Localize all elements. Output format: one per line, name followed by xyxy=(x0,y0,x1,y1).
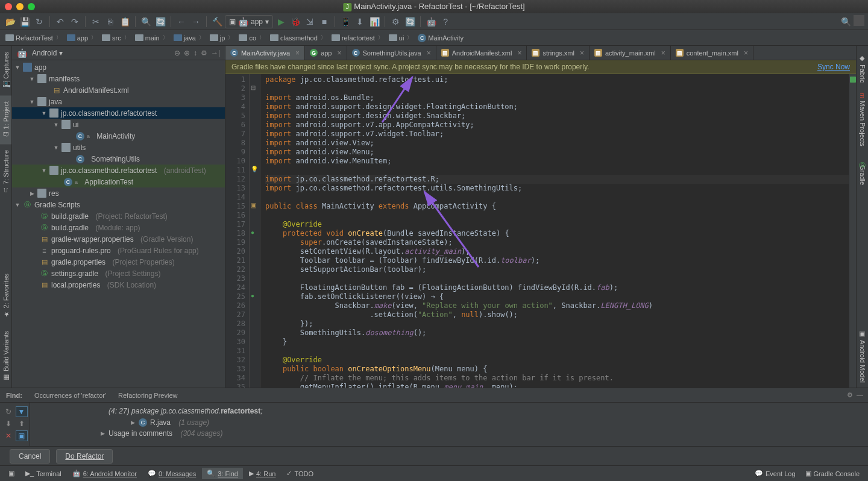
close-icon[interactable]: × xyxy=(744,49,748,57)
tree-gradle-scripts[interactable]: ▼ⒼGradle Scripts xyxy=(12,199,225,210)
tab-mainactivity[interactable]: CMainActivity.java× xyxy=(225,46,305,60)
locate-icon[interactable]: ⊕ xyxy=(184,49,190,57)
make-icon[interactable]: 🔨 xyxy=(210,15,224,28)
tab-somethingutils[interactable]: CSomethingUtils.java× xyxy=(347,46,436,60)
crumb-java[interactable]: java〉 xyxy=(172,33,206,42)
event-log-button[interactable]: 💬 Event Log xyxy=(750,468,800,479)
stop-icon[interactable]: ■ xyxy=(318,15,331,28)
save-icon[interactable]: 💾 xyxy=(18,15,31,28)
tab-activity-main[interactable]: ▤activity_main.xml× xyxy=(590,46,671,60)
favorites-tab[interactable]: ★ 2: Favorites xyxy=(0,268,11,324)
crumb-refactortest-pkg[interactable]: refactortest〉 xyxy=(330,33,385,42)
redo-icon[interactable]: ↷ xyxy=(68,15,81,28)
do-refactor-button[interactable]: Do Refactor xyxy=(56,449,113,464)
run-button[interactable]: ▶ xyxy=(274,15,288,28)
find-summary-row[interactable]: (4: 27) package jp.co.classmethod.refact… xyxy=(30,405,868,417)
back-icon[interactable]: ← xyxy=(175,15,188,28)
sync-gradle-icon[interactable]: 🔄 xyxy=(403,15,417,28)
crumb-ui[interactable]: ui〉 xyxy=(387,33,415,42)
traffic-lights[interactable] xyxy=(5,3,35,10)
close-window-icon[interactable] xyxy=(5,3,12,10)
attach-debugger-icon[interactable]: ⇲ xyxy=(303,15,316,28)
tab-app[interactable]: Gapp× xyxy=(305,46,347,60)
find-results[interactable]: (4: 27) package jp.co.classmethod.refact… xyxy=(30,403,868,446)
cut-icon[interactable]: ✂ xyxy=(89,15,102,28)
tree-manifest-file[interactable]: ▤AndroidManifest.xml xyxy=(12,84,225,96)
run-configuration-dropdown[interactable]: ▣ 🤖 app ▾ xyxy=(225,15,273,28)
tree-mainactivity[interactable]: Ca MainActivity xyxy=(12,130,225,142)
close-icon[interactable]: × xyxy=(295,49,300,57)
fabric-tab[interactable]: ◆ Fabric xyxy=(857,49,867,88)
crumb-co[interactable]: co〉 xyxy=(237,33,266,42)
filter-icon[interactable]: ▼ xyxy=(16,406,28,417)
close-icon[interactable]: ✕ xyxy=(2,430,14,441)
settings-icon[interactable]: ⚙ xyxy=(201,49,207,57)
tab-content-main[interactable]: ▤content_main.xml× xyxy=(671,46,753,60)
gradle-tab[interactable]: Ⓖ Gradle xyxy=(857,151,868,190)
tree-package-test[interactable]: ▼jp.co.classmethod.refactortest (android… xyxy=(12,165,225,176)
find-tab-preview[interactable]: Refactoring Preview xyxy=(112,389,183,402)
find-tab-occurrences[interactable]: Occurrences of 'refactor' xyxy=(28,389,112,402)
tree-gradle-wrapper[interactable]: ▤gradle-wrapper.properties (Gradle Versi… xyxy=(12,233,225,245)
captures-tab[interactable]: 📷 Captures xyxy=(0,46,11,95)
tree-res[interactable]: ▶res xyxy=(12,187,225,199)
find-result-rjava[interactable]: ▶CR.java (1 usage) xyxy=(30,417,868,428)
project-tree[interactable]: ▼app ▼manifests ▤AndroidManifest.xml ▼ja… xyxy=(12,60,225,388)
tree-manifests[interactable]: ▼manifests xyxy=(12,73,225,84)
find-icon[interactable]: 🔍 xyxy=(139,15,153,28)
close-icon[interactable]: × xyxy=(427,49,431,57)
error-stripe[interactable] xyxy=(849,74,856,388)
zoom-window-icon[interactable] xyxy=(28,3,35,10)
hide-icon[interactable]: →| xyxy=(211,49,220,57)
tree-local-properties[interactable]: ▤local.properties (SDK Location) xyxy=(12,279,225,291)
tree-somethingutils[interactable]: C SomethingUtils xyxy=(12,153,225,165)
avd-icon[interactable]: 📱 xyxy=(339,15,352,28)
undo-icon[interactable]: ↶ xyxy=(54,15,67,28)
forward-icon[interactable]: → xyxy=(189,15,203,28)
crumb-mainactivity[interactable]: CMainActivity xyxy=(416,33,465,43)
tree-proguard[interactable]: ≡proguard-rules.pro (ProGuard Rules for … xyxy=(12,245,225,256)
close-icon[interactable]: × xyxy=(337,49,341,57)
collapse-icon[interactable]: ⬆ xyxy=(16,418,28,429)
tree-applicationtest[interactable]: Ca ApplicationTest xyxy=(12,176,225,187)
crumb-refactortest[interactable]: RefactorTest〉 xyxy=(4,33,63,42)
project-structure-icon[interactable]: ⚙ xyxy=(389,15,402,28)
code-content[interactable]: package jp.co.classmethod.refactortest.u… xyxy=(260,74,849,388)
window-button[interactable]: ▣ xyxy=(4,468,19,479)
replace-icon[interactable]: 🔄 xyxy=(154,15,167,28)
sync-icon[interactable]: ↻ xyxy=(33,15,46,28)
crumb-classmethod[interactable]: classmethod〉 xyxy=(268,33,328,42)
gradle-console-button[interactable]: ▣ Gradle Console xyxy=(800,468,864,479)
help-icon[interactable]: ? xyxy=(439,15,452,28)
project-view-dropdown[interactable]: Android ▾ xyxy=(32,49,63,57)
android-icon[interactable]: 🤖 xyxy=(424,15,438,28)
android-model-tab[interactable]: ▣ Android Model xyxy=(857,325,867,388)
close-icon[interactable]: × xyxy=(580,49,584,57)
tree-build-gradle-app[interactable]: Ⓖbuild.gradle (Module: app) xyxy=(12,222,225,233)
sdk-icon[interactable]: ⬇ xyxy=(353,15,366,28)
crumb-src[interactable]: src〉 xyxy=(100,33,131,42)
crumb-jp[interactable]: jp〉 xyxy=(208,33,236,42)
tree-build-gradle-project[interactable]: Ⓖbuild.gradle (Project: RefactorTest) xyxy=(12,210,225,222)
run-button[interactable]: ▶ 4: Run xyxy=(244,468,280,479)
rerun-icon[interactable]: ↻ xyxy=(2,406,14,417)
tab-strings[interactable]: ▤strings.xml× xyxy=(527,46,590,60)
expand-icon[interactable]: ⬇ xyxy=(2,418,14,429)
cancel-button[interactable]: Cancel xyxy=(10,449,50,464)
sync-now-link[interactable]: Sync Now xyxy=(817,63,850,71)
tree-ui[interactable]: ▼ui xyxy=(12,119,225,130)
tree-settings-gradle[interactable]: Ⓖsettings.gradle (Project Settings) xyxy=(12,268,225,279)
open-icon[interactable]: 📂 xyxy=(4,15,17,28)
copy-icon[interactable]: ⎘ xyxy=(104,15,117,28)
find-result-comments[interactable]: ▶Usage in comments (304 usages) xyxy=(30,428,868,439)
paste-icon[interactable]: 📋 xyxy=(118,15,131,28)
tab-androidmanifest[interactable]: ▤AndroidManifest.xml× xyxy=(436,46,527,60)
tree-java[interactable]: ▼java xyxy=(12,96,225,107)
close-icon[interactable]: × xyxy=(517,49,521,57)
tree-gradle-properties[interactable]: ▤gradle.properties (Project Properties) xyxy=(12,256,225,268)
tree-app[interactable]: ▼app xyxy=(12,61,225,73)
collapse-icon[interactable]: ⊖ xyxy=(174,49,180,57)
minimize-window-icon[interactable] xyxy=(16,3,24,10)
close-icon[interactable]: × xyxy=(661,49,665,57)
monitor-icon[interactable]: 📊 xyxy=(368,15,381,28)
